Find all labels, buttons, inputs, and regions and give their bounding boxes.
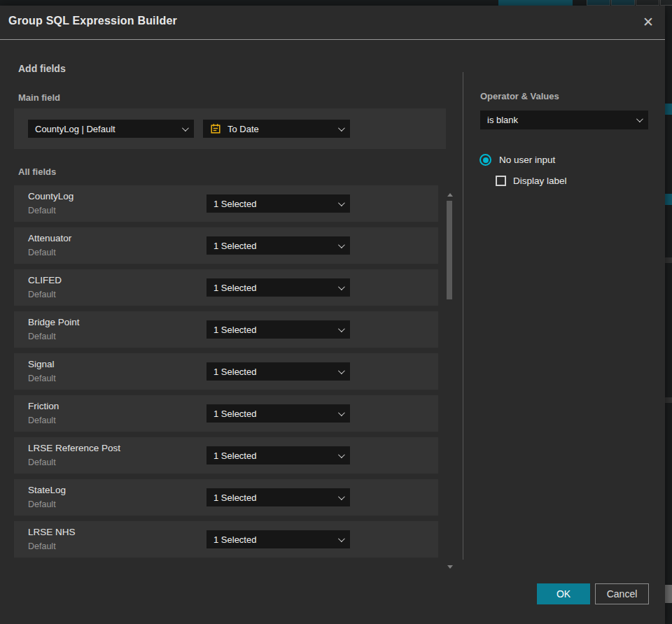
scrollbar-down-arrow-icon[interactable] — [447, 565, 453, 569]
calendar-date-icon — [210, 123, 221, 134]
field-selection-select[interactable]: 1 Selected — [206, 194, 350, 213]
chevron-down-icon — [338, 367, 345, 374]
all-fields-list: CountyLogDefault1 SelectedAttenuatorDefa… — [14, 185, 438, 563]
field-name: Signal — [28, 359, 55, 369]
field-name: CountyLog — [28, 191, 74, 201]
main-field-select-value: CountyLog | Default — [35, 124, 176, 134]
field-subtitle: Default — [28, 458, 56, 467]
background-fragment — [665, 585, 672, 603]
close-icon[interactable]: ✕ — [639, 13, 657, 31]
field-selection-value: 1 Selected — [214, 199, 332, 209]
field-selection-select[interactable]: 1 Selected — [206, 446, 350, 465]
field-subtitle: Default — [28, 416, 56, 425]
field-name: LRSE NHS — [28, 527, 76, 537]
chevron-down-icon — [338, 409, 345, 416]
all-fields-label: All fields — [18, 166, 56, 177]
cancel-button[interactable]: Cancel — [595, 583, 649, 604]
operator-select-value: is blank — [487, 115, 631, 125]
radio-selected-icon — [479, 154, 491, 166]
chevron-down-icon — [636, 115, 643, 122]
scrollbar-up-arrow-icon[interactable] — [447, 193, 453, 197]
dialog-header: Group SQL Expression Builder ✕ — [0, 6, 665, 40]
field-row: Bridge PointDefault1 Selected — [14, 311, 438, 348]
field-row: AttenuatorDefault1 Selected — [14, 227, 438, 264]
chevron-down-icon — [338, 199, 345, 206]
checkbox-unchecked-icon — [496, 176, 506, 186]
field-subtitle: Default — [28, 332, 56, 341]
field-subtitle: Default — [28, 374, 56, 383]
chevron-down-icon — [182, 125, 189, 132]
group-sql-expression-builder-dialog: Group SQL Expression Builder ✕ Add field… — [0, 6, 665, 624]
add-fields-heading: Add fields — [18, 63, 66, 74]
field-name: Attenuator — [28, 233, 71, 243]
field-selection-value: 1 Selected — [214, 325, 332, 335]
background-fragment — [665, 104, 672, 115]
chevron-down-icon — [338, 325, 345, 332]
field-selection-select[interactable]: 1 Selected — [206, 320, 350, 339]
toolbar-icon-box[interactable] — [660, 0, 672, 6]
operator-values-heading: Operator & Values — [480, 91, 559, 101]
ok-button[interactable]: OK — [537, 583, 590, 604]
main-field-type-select[interactable]: To Date — [203, 120, 350, 138]
field-row: CountyLogDefault1 Selected — [14, 185, 438, 222]
background-fragment — [665, 397, 672, 403]
display-label-text: Display label — [513, 176, 567, 186]
dialog-title: Group SQL Expression Builder — [8, 15, 177, 27]
display-label-checkbox[interactable]: Display label — [496, 176, 567, 186]
chevron-down-icon — [338, 283, 345, 290]
chevron-down-icon — [338, 535, 345, 542]
field-selection-select[interactable]: 1 Selected — [206, 236, 350, 255]
field-subtitle: Default — [28, 541, 56, 551]
chevron-down-icon — [338, 451, 345, 458]
toolbar-icon-box[interactable] — [611, 0, 635, 6]
field-selection-select[interactable]: 1 Selected — [206, 488, 350, 506]
operator-select[interactable]: is blank — [480, 111, 648, 129]
field-selection-select[interactable]: 1 Selected — [206, 278, 350, 297]
field-selection-value: 1 Selected — [214, 241, 332, 251]
field-row: StateLogDefault1 Selected — [14, 479, 438, 516]
field-subtitle: Default — [28, 206, 56, 215]
main-field-select[interactable]: CountyLog | Default — [28, 120, 194, 138]
no-user-input-label: No user input — [499, 155, 555, 165]
field-subtitle: Default — [28, 499, 56, 509]
field-selection-value: 1 Selected — [214, 492, 332, 503]
main-field-panel: CountyLog | Default To Date — [14, 108, 446, 149]
chevron-down-icon — [338, 493, 345, 500]
background-app-strip: Live view — [0, 0, 672, 6]
main-field-type-value: To Date — [227, 124, 332, 134]
field-selection-value: 1 Selected — [214, 534, 332, 545]
field-selection-value: 1 Selected — [214, 283, 332, 293]
background-fragment — [665, 257, 672, 263]
field-name: CLIFED — [28, 275, 62, 285]
background-app-sliver — [665, 6, 672, 624]
panel-divider — [463, 72, 463, 560]
chevron-down-icon — [338, 125, 345, 132]
field-name: LRSE Reference Post — [28, 443, 120, 453]
field-selection-select[interactable]: 1 Selected — [206, 404, 350, 423]
toolbar-icon-box[interactable] — [587, 0, 610, 6]
scrollbar-thumb[interactable] — [447, 201, 452, 299]
fields-list-scrollbar[interactable] — [445, 189, 456, 570]
field-subtitle: Default — [28, 290, 56, 299]
chevron-down-icon — [338, 241, 345, 248]
live-view-button[interactable]: Live view — [498, 0, 573, 6]
field-name: Bridge Point — [28, 317, 80, 327]
live-view-label: Live view — [516, 0, 553, 1]
field-row: LRSE Reference PostDefault1 Selected — [14, 437, 438, 474]
field-selection-value: 1 Selected — [214, 451, 332, 461]
main-field-label: Main field — [18, 92, 60, 103]
no-user-input-radio[interactable]: No user input — [479, 154, 555, 166]
field-selection-value: 1 Selected — [214, 367, 332, 377]
background-fragment — [665, 194, 672, 205]
field-row: LRSE NHSDefault1 Selected — [14, 521, 438, 558]
field-row: SignalDefault1 Selected — [14, 353, 438, 390]
field-row: CLIFEDDefault1 Selected — [14, 269, 438, 306]
field-subtitle: Default — [28, 248, 56, 257]
field-selection-select[interactable]: 1 Selected — [206, 530, 350, 548]
toolbar-icon-box[interactable] — [636, 0, 659, 6]
field-selection-select[interactable]: 1 Selected — [206, 362, 350, 381]
field-selection-value: 1 Selected — [214, 409, 332, 419]
field-name: StateLog — [28, 485, 66, 495]
field-row: FrictionDefault1 Selected — [14, 395, 438, 432]
field-name: Friction — [28, 401, 59, 411]
